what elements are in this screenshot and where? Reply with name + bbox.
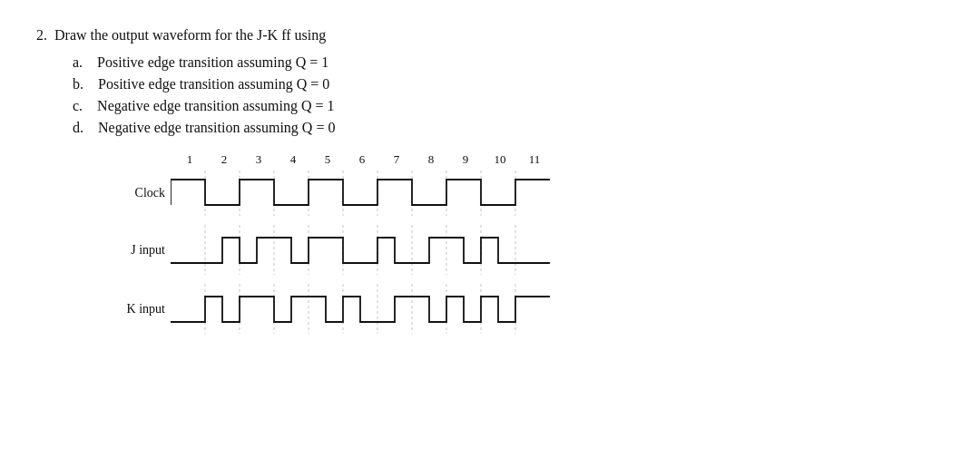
clock-row: Clock .dashed { stroke: #aaa; stroke-wid…: [109, 171, 944, 216]
sub-item-b: b. Positive edge transition assuming Q =…: [73, 76, 944, 93]
kinput-wave: .dashed3 { stroke: #aaa; stroke-width: 0…: [171, 284, 550, 334]
kinput-label: K input: [109, 302, 171, 317]
num-1: 1: [172, 152, 207, 167]
jinput-row: J input .dashed2 { stroke: #aaa; stroke-…: [109, 225, 944, 275]
question-number: 2.: [36, 27, 47, 44]
numbers-row: 1 2 3 4 5 6 7 8 9 10 11: [172, 152, 944, 167]
num-10: 10: [483, 152, 517, 167]
num-9: 9: [448, 152, 483, 167]
sub-text-b: Positive edge transition assuming Q = 0: [98, 76, 329, 92]
clock-wave: .dashed { stroke: #aaa; stroke-width: 0.…: [171, 171, 550, 216]
sub-text-a: Positive edge transition assuming Q = 1: [97, 54, 328, 70]
sub-item-c: c. Negative edge transition assuming Q =…: [73, 98, 944, 114]
num-2: 2: [207, 152, 241, 167]
sub-items-list: a. Positive edge transition assuming Q =…: [73, 54, 944, 136]
num-11: 11: [517, 152, 552, 167]
sub-label-d: d.: [73, 120, 83, 135]
sub-item-d: d. Negative edge transition assuming Q =…: [73, 120, 944, 136]
num-3: 3: [241, 152, 276, 167]
question-block: 2. Draw the output waveform for the J-K …: [36, 27, 944, 334]
question-text: Draw the output waveform for the J-K ff …: [54, 27, 326, 44]
jinput-wave: .dashed2 { stroke: #aaa; stroke-width: 0…: [171, 225, 550, 275]
clock-label: Clock: [109, 186, 171, 200]
num-5: 5: [310, 152, 345, 167]
kinput-row: K input .dashed3 { stroke: #aaa; stroke-…: [109, 284, 944, 334]
sub-text-c: Negative edge transition assuming Q = 1: [97, 98, 334, 113]
num-8: 8: [414, 152, 448, 167]
diagram-area: 1 2 3 4 5 6 7 8 9 10 11 Clock .das: [109, 152, 944, 334]
sub-label-c: c.: [73, 98, 83, 113]
num-4: 4: [276, 152, 310, 167]
sub-label-b: b.: [73, 76, 83, 92]
sub-text-d: Negative edge transition assuming Q = 0: [98, 120, 335, 135]
sub-label-a: a.: [73, 54, 83, 70]
sub-item-a: a. Positive edge transition assuming Q =…: [73, 54, 944, 71]
num-6: 6: [345, 152, 379, 167]
num-7: 7: [379, 152, 414, 167]
question-header: 2. Draw the output waveform for the J-K …: [36, 27, 944, 44]
jinput-label: J input: [109, 243, 171, 258]
